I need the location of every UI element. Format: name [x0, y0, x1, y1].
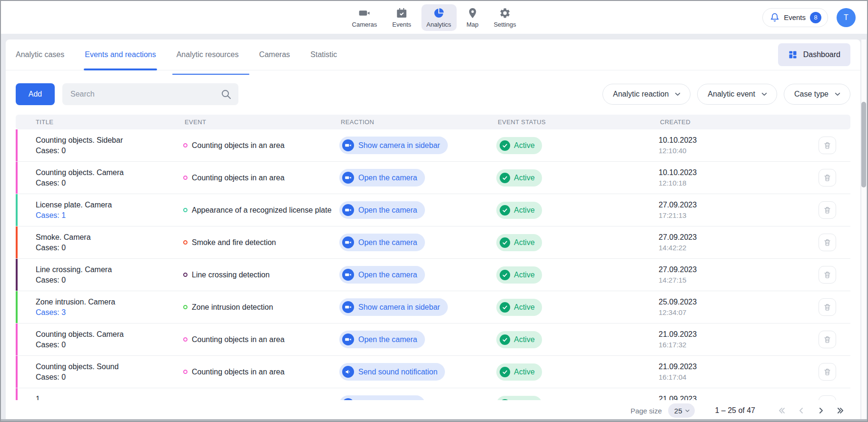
- reaction-label: Open the camera: [358, 335, 417, 344]
- status-badge: Active: [496, 169, 542, 186]
- reaction-chip[interactable]: Open the camera: [339, 201, 425, 219]
- created-date: 21.09.2023: [659, 329, 804, 340]
- previous-page-button[interactable]: [798, 407, 805, 414]
- user-avatar[interactable]: T: [837, 8, 856, 27]
- table-row[interactable]: Counting objects. Camera Cases: 0 Counti…: [16, 162, 850, 194]
- nav-item-analytics[interactable]: Analytics: [421, 4, 456, 31]
- status-check-icon: [500, 367, 510, 377]
- reaction-cell: Send sound notification: [339, 363, 496, 381]
- created-date: 10.10.2023: [659, 167, 804, 178]
- chevron-down-icon: [761, 91, 768, 98]
- table-row[interactable]: License plate. Camera Cases: 1 Appearanc…: [16, 194, 850, 226]
- nav-item-events[interactable]: Events: [387, 4, 416, 31]
- event-cell: Counting objects in an area: [183, 141, 339, 150]
- actions-cell: [804, 201, 850, 219]
- events-button-label: Events: [784, 13, 806, 21]
- first-page-button[interactable]: [778, 407, 786, 414]
- nav-item-cameras[interactable]: Cameras: [347, 4, 383, 31]
- event-type-ring-icon: [183, 337, 187, 342]
- video-camera-icon: [358, 7, 370, 19]
- reaction-chip[interactable]: Open the camera: [339, 234, 425, 251]
- delete-button[interactable]: [819, 363, 836, 381]
- event-label: Counting objects in an area: [192, 368, 285, 376]
- add-button[interactable]: Add: [16, 83, 55, 105]
- reaction-cell: Open the camera: [339, 201, 496, 219]
- reaction-chip[interactable]: Open the camera: [339, 169, 425, 186]
- status-label: Active: [514, 238, 535, 247]
- reaction-chip[interactable]: Open the camera: [339, 395, 425, 400]
- status-cell: Active: [496, 169, 659, 186]
- reaction-chip[interactable]: Send sound notification: [339, 363, 445, 381]
- table-row[interactable]: Counting objects. Camera Cases: 0 Counti…: [16, 324, 850, 356]
- trash-icon: [823, 238, 831, 246]
- title-cell: Counting objects. Sound Cases: 0: [16, 362, 183, 383]
- page-size-select[interactable]: 25: [668, 403, 695, 418]
- created-cell: 10.10.2023 12:10:18: [659, 167, 804, 188]
- dashboard-button[interactable]: Dashboard: [778, 43, 850, 66]
- created-cell: 21.09.2023 16:17:04: [659, 362, 804, 383]
- event-cell: Counting objects in an area: [183, 368, 339, 376]
- last-page-button[interactable]: [837, 407, 844, 414]
- status-badge: Active: [496, 299, 542, 316]
- reaction-cell: Open the camera: [339, 234, 496, 251]
- search-input[interactable]: [62, 83, 238, 105]
- map-pin-icon: [466, 7, 478, 19]
- filter-case-type[interactable]: Case type: [784, 84, 850, 105]
- delete-button[interactable]: [819, 395, 836, 400]
- delete-button[interactable]: [819, 201, 836, 219]
- tab-analytic-cases[interactable]: Analytic cases: [16, 40, 64, 69]
- delete-button[interactable]: [819, 137, 836, 154]
- calendar-check-icon: [396, 7, 408, 19]
- tab-statistic[interactable]: Statistic: [310, 40, 337, 69]
- created-time: 12:34:07: [659, 307, 804, 318]
- created-date: 27.09.2023: [659, 200, 804, 210]
- filter-analytic-reaction[interactable]: Analytic reaction: [602, 84, 690, 105]
- reaction-chip-icon-wrap: [342, 269, 354, 281]
- table-row[interactable]: Line crossing. Camera Cases: 0 Line cros…: [16, 259, 850, 291]
- delete-button[interactable]: [819, 266, 836, 284]
- tab-analytic-resources[interactable]: Analytic resources: [177, 40, 239, 69]
- created-time: 16:17:32: [659, 340, 804, 350]
- delete-button[interactable]: [819, 169, 836, 186]
- vertical-scrollbar-track[interactable]: [861, 39, 866, 419]
- table-row[interactable]: Counting objects. Sound Cases: 0 Countin…: [16, 356, 850, 388]
- tab-events-and-reactions[interactable]: Events and reactions: [85, 40, 156, 69]
- row-cases: Cases: 1: [36, 210, 183, 221]
- next-page-button[interactable]: [817, 407, 825, 414]
- tab-cameras[interactable]: Cameras: [259, 40, 290, 69]
- nav-item-map[interactable]: Map: [461, 4, 483, 31]
- delete-button[interactable]: [819, 331, 836, 348]
- table-body: Counting objects. Sidebar Cases: 0 Count…: [16, 129, 850, 400]
- delete-button[interactable]: [819, 298, 836, 316]
- pagination-arrows: [778, 407, 844, 414]
- events-notifications-button[interactable]: Events 8: [762, 8, 828, 27]
- reaction-chip[interactable]: Open the camera: [339, 266, 425, 284]
- table-header: TITLE EVENT REACTION EVENT STATUS CREATE…: [16, 115, 850, 129]
- row-title: Smoke. Camera: [36, 232, 183, 243]
- table-row[interactable]: Counting objects. Sidebar Cases: 0 Count…: [16, 129, 850, 162]
- vertical-scrollbar-thumb[interactable]: [861, 102, 866, 187]
- tab-indicator-ghost: [172, 74, 249, 75]
- table-row[interactable]: Zone intrusion. Camera Cases: 3 Zone int…: [16, 291, 850, 324]
- reaction-chip[interactable]: Show camera in sidebar: [339, 298, 448, 316]
- status-label: Active: [514, 174, 535, 182]
- table-row[interactable]: 1 Cases: 0 Counting objects in an area O…: [16, 388, 850, 400]
- reaction-cell: Open the camera: [339, 331, 496, 348]
- row-accent-bar: [16, 194, 18, 226]
- reaction-chip[interactable]: Show camera in sidebar: [339, 137, 448, 154]
- reaction-chip[interactable]: Open the camera: [339, 331, 425, 348]
- double-chevron-left-icon: [778, 407, 786, 414]
- main-navigation: Cameras Events Analytics Map Settings: [347, 1, 522, 34]
- status-cell: Active: [496, 299, 659, 316]
- created-cell: 21.09.2023 16:16:41: [659, 394, 804, 401]
- row-cases: Cases: 0: [36, 243, 183, 253]
- delete-button[interactable]: [819, 234, 836, 251]
- nav-item-settings[interactable]: Settings: [488, 4, 521, 31]
- table-row[interactable]: Smoke. Camera Cases: 0 Smoke and fire de…: [16, 226, 850, 259]
- actions-cell: [804, 266, 850, 284]
- filter-analytic-event[interactable]: Analytic event: [697, 84, 777, 105]
- camera-icon: [345, 142, 351, 148]
- status-check-icon: [500, 334, 510, 345]
- row-accent-bar: [16, 291, 18, 323]
- status-badge: Active: [496, 202, 542, 219]
